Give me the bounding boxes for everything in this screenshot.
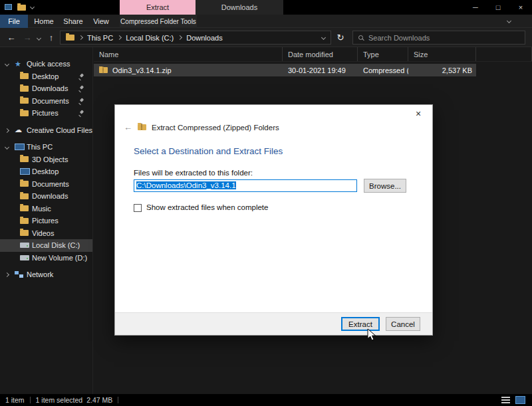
- breadcrumb-downloads[interactable]: Downloads: [186, 34, 222, 42]
- sidebar-item-desktop[interactable]: Desktop: [0, 165, 92, 178]
- search-placeholder: Search Downloads: [368, 34, 430, 42]
- dialog-header: ← Extract Compressed (Zipped) Folders: [124, 122, 279, 132]
- tab-view[interactable]: View: [88, 15, 114, 28]
- thumbnails-view-icon[interactable]: [515, 396, 525, 404]
- recent-locations-icon[interactable]: [37, 36, 41, 41]
- column-header-empty: [476, 47, 532, 61]
- chevron-right-icon[interactable]: [178, 35, 182, 40]
- folder-icon: [20, 205, 29, 211]
- column-headers: Name Date modified Type Size: [94, 47, 532, 62]
- destination-label: Files will be extracted to this folder:: [134, 169, 253, 177]
- window-tab-label: Downloads: [221, 3, 257, 11]
- details-view-icon[interactable]: [501, 397, 510, 403]
- column-header-name[interactable]: Name: [94, 47, 283, 61]
- window-tab-downloads[interactable]: Downloads: [196, 0, 283, 15]
- chevron-down-icon[interactable]: [30, 5, 35, 9]
- folder-icon: [20, 230, 29, 236]
- selection-size: 2.47 MB: [86, 396, 112, 404]
- address-dropdown-icon[interactable]: [321, 35, 326, 40]
- selection-count: 1 item selected: [36, 396, 83, 404]
- search-input[interactable]: Search Downloads: [352, 31, 525, 45]
- view-switcher: [501, 396, 525, 404]
- drive-icon: [20, 243, 29, 248]
- folder-icon: [20, 218, 29, 224]
- up-button[interactable]: ↑: [44, 28, 59, 47]
- browse-button[interactable]: Browse...: [364, 179, 406, 193]
- expand-ribbon-icon[interactable]: [507, 19, 511, 23]
- status-divider: [30, 397, 31, 403]
- file-date-cell: 30-01-2021 19:49: [283, 66, 358, 74]
- file-name-cell: Odin3_v3.14.1.zip: [94, 66, 283, 74]
- column-header-size[interactable]: Size: [408, 47, 476, 61]
- dialog-close-button[interactable]: ×: [410, 107, 427, 120]
- sidebar-item-videos[interactable]: Videos: [0, 227, 92, 240]
- folder-icon: [17, 5, 26, 11]
- sidebar-item-3d-objects[interactable]: 3D Objects: [0, 153, 92, 166]
- window-controls: ─ □ ×: [464, 0, 532, 15]
- sidebar-item-this-pc[interactable]: This PC: [0, 141, 92, 153]
- sidebar-item-downloads-pinned[interactable]: Downloads: [0, 82, 92, 95]
- chevron-down-icon[interactable]: [5, 145, 9, 150]
- sidebar-item-downloads[interactable]: Downloads: [0, 190, 92, 203]
- extract-button[interactable]: Extract: [341, 317, 380, 331]
- chevron-right-icon[interactable]: [5, 128, 9, 132]
- sidebar-item-local-disk-c[interactable]: Local Disk (C:): [0, 239, 92, 252]
- zip-file-icon: [99, 67, 108, 73]
- ribbon-tab-bar: File Home Share View Compressed Folder T…: [0, 15, 532, 28]
- table-row[interactable]: Odin3_v3.14.1.zip 30-01-2021 19:49 Compr…: [94, 64, 476, 76]
- sidebar-item-music[interactable]: Music: [0, 203, 92, 215]
- address-bar[interactable]: This PC Local Disk (C:) Downloads: [60, 31, 331, 45]
- sidebar-item-documents-pinned[interactable]: Documents: [0, 95, 92, 108]
- sidebar-item-desktop-pinned[interactable]: Desktop: [0, 70, 92, 83]
- minimize-button[interactable]: ─: [464, 0, 487, 15]
- folder-icon: [20, 73, 29, 79]
- tab-share[interactable]: Share: [59, 15, 88, 28]
- folder-icon: [20, 110, 29, 116]
- dialog-footer: Extract Cancel: [115, 312, 432, 335]
- destination-path-input[interactable]: C:\Downloads\Odin3_v3.14.1: [134, 179, 357, 192]
- forward-button[interactable]: →: [20, 28, 35, 47]
- show-files-checkbox-label: Show extracted files when complete: [146, 203, 268, 211]
- sidebar-item-network[interactable]: Network: [0, 268, 92, 281]
- column-header-type[interactable]: Type: [358, 47, 408, 61]
- chevron-right-icon[interactable]: [117, 35, 122, 40]
- tab-compressed-folder-tools[interactable]: Compressed Folder Tools: [120, 15, 197, 28]
- dialog-back-icon: ←: [124, 122, 132, 132]
- column-header-date-modified[interactable]: Date modified: [283, 47, 358, 61]
- title-bar: Extract Downloads ─ □ ×: [0, 0, 532, 15]
- chevron-down-icon[interactable]: [5, 62, 9, 66]
- breadcrumb-local-disk-c[interactable]: Local Disk (C:): [126, 34, 174, 42]
- cancel-button[interactable]: Cancel: [386, 317, 420, 331]
- window-tab-extract[interactable]: Extract: [120, 0, 196, 15]
- folder-icon: [20, 86, 29, 92]
- app-window-icon: [5, 4, 12, 10]
- sidebar-item-pictures-pinned[interactable]: Pictures: [0, 107, 92, 120]
- chevron-right-icon[interactable]: [5, 272, 9, 277]
- cloud-icon: ☁: [15, 126, 22, 134]
- back-button[interactable]: ←: [4, 28, 19, 47]
- show-files-checkbox[interactable]: [134, 204, 142, 212]
- monitor-icon: [15, 144, 23, 150]
- file-type-cell: Compressed (zipp...: [358, 66, 408, 74]
- close-button[interactable]: ×: [509, 0, 532, 15]
- monitor-icon: [20, 168, 29, 175]
- file-menu-button[interactable]: File: [0, 15, 28, 28]
- folder-icon: [20, 193, 29, 199]
- drive-icon: [20, 255, 29, 260]
- sidebar-item-quick-access[interactable]: ★ Quick access: [0, 58, 92, 70]
- dialog-heading: Select a Destination and Extract Files: [134, 146, 283, 156]
- sidebar-item-pictures[interactable]: Pictures: [0, 215, 92, 227]
- zip-folder-icon: [138, 124, 146, 130]
- sidebar-item-creative-cloud-files[interactable]: ☁ Creative Cloud Files: [0, 124, 92, 137]
- dialog-title: Extract Compressed (Zipped) Folders: [152, 124, 279, 132]
- refresh-button[interactable]: ↻: [332, 28, 348, 47]
- sidebar-item-documents[interactable]: Documents: [0, 178, 92, 191]
- pin-icon: [78, 74, 84, 80]
- navigation-pane: ★ Quick access Desktop Downloads Documen…: [0, 47, 93, 394]
- status-divider: [118, 397, 118, 403]
- maximize-button[interactable]: □: [487, 0, 509, 15]
- breadcrumb-this-pc[interactable]: This PC: [87, 34, 113, 42]
- sidebar-item-new-volume-d[interactable]: New Volume (D:): [0, 252, 92, 264]
- tab-home[interactable]: Home: [29, 15, 59, 28]
- navigation-bar: ← → ↑ This PC Local Disk (C:) Downloads …: [0, 28, 532, 47]
